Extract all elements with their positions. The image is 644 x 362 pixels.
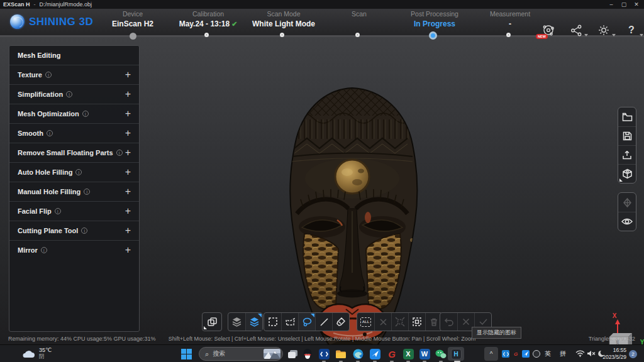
show-hidden-icons-button[interactable]: ^ — [484, 347, 498, 361]
info-icon[interactable]: i — [84, 189, 90, 195]
community-icon[interactable]: NEW — [541, 23, 556, 38]
start-button[interactable] — [179, 347, 194, 361]
expand-plus-icon[interactable]: + — [125, 69, 131, 80]
info-icon[interactable]: i — [116, 150, 123, 156]
taskbar-app-qq[interactable] — [300, 347, 315, 361]
line-select-button[interactable] — [315, 313, 332, 331]
search-highlight-image[interactable] — [264, 349, 280, 359]
dot-device[interactable] — [130, 33, 136, 40]
undo-button[interactable] — [440, 313, 457, 331]
panel-item-mirror[interactable]: Mirrori+ — [9, 240, 139, 260]
expand-plus-icon[interactable]: + — [125, 225, 131, 236]
info-icon[interactable]: i — [45, 72, 52, 78]
info-icon[interactable]: i — [82, 111, 89, 117]
visibility-button[interactable] — [618, 212, 636, 231]
save-button[interactable] — [618, 126, 636, 145]
submenu-corner-icon — [311, 314, 314, 317]
expand-plus-icon[interactable]: + — [125, 186, 131, 197]
task-view-button[interactable] — [285, 347, 300, 361]
dot-post-processing[interactable] — [429, 31, 437, 40]
wire-cube-icon — [207, 317, 218, 327]
selection-apply-group: ALL — [357, 312, 443, 331]
expand-plus-icon[interactable]: + — [125, 89, 131, 100]
panel-item-remove-small-floating-parts[interactable]: Remove Small Floating Partsi+ — [9, 143, 139, 162]
info-icon[interactable]: i — [55, 208, 61, 214]
close-button[interactable]: ✕ — [630, 0, 643, 9]
help-icon[interactable]: ? — [624, 23, 639, 38]
tray-tooltip: 显示隐藏的图标 — [472, 327, 521, 339]
expand-plus-icon[interactable]: + — [125, 147, 131, 158]
taskbar-app-wechat[interactable] — [433, 347, 448, 361]
select-all-button[interactable]: ALL — [357, 313, 374, 331]
selection-tools-group — [264, 312, 350, 331]
expand-selection-button[interactable] — [391, 313, 408, 331]
panel-item-cutting-plane-tool[interactable]: Cutting Plane Tooli+ — [9, 221, 139, 240]
tray-circle-icon[interactable] — [533, 350, 540, 358]
taskbar-app-word[interactable]: W — [417, 347, 432, 361]
dot-scan[interactable] — [355, 33, 360, 37]
brush-select-button[interactable] — [332, 313, 349, 331]
view-toolbar — [618, 192, 636, 231]
texture-mode-button[interactable] — [245, 313, 262, 331]
exscan-icon: H — [451, 349, 462, 359]
taskbar-app-edge[interactable] — [350, 347, 365, 361]
dot-calibration[interactable] — [204, 33, 209, 37]
info-icon[interactable]: i — [75, 169, 82, 175]
notification-badge[interactable]: 2 — [629, 350, 637, 358]
taskbar-app-red-g[interactable]: G — [384, 347, 399, 361]
info-icon[interactable]: i — [41, 247, 47, 253]
invert-selection-button[interactable] — [408, 313, 425, 331]
expand-plus-icon[interactable]: + — [125, 244, 131, 256]
minimize-button[interactable]: – — [605, 0, 618, 9]
lasso-select-button[interactable] — [298, 313, 315, 331]
panel-item-smooth[interactable]: Smoothi+ — [9, 123, 139, 143]
settings-gear-icon[interactable] — [596, 23, 611, 38]
all-icon: ALL — [360, 317, 371, 327]
weather-widget[interactable]: 35℃ 阴 — [21, 347, 52, 359]
ime-pinyin-indicator[interactable]: 拼 — [560, 349, 566, 358]
wireframe-view-button[interactable] — [203, 313, 221, 331]
panel-item-mesh-optimization[interactable]: Mesh Optimizationi+ — [9, 104, 139, 123]
open-project-button[interactable] — [618, 107, 636, 126]
model-view-button[interactable] — [618, 164, 636, 183]
panel-item-texture[interactable]: Texturei+ — [9, 65, 139, 84]
new-badge: NEW — [536, 34, 548, 39]
expand-plus-icon[interactable]: + — [125, 108, 131, 119]
share-icon[interactable] — [569, 23, 584, 38]
panel-item-simplification[interactable]: Simplificationi+ — [9, 84, 139, 104]
ime-english-indicator[interactable]: 英 — [545, 349, 551, 358]
mesh-mode-button[interactable] — [228, 313, 245, 331]
speaker-muted-icon[interactable] — [587, 350, 596, 357]
info-icon[interactable]: i — [81, 228, 87, 234]
info-icon[interactable]: i — [66, 91, 72, 97]
tray-app-icon[interactable] — [502, 350, 509, 358]
dot-measurement[interactable] — [506, 33, 511, 37]
wifi-icon[interactable] — [575, 350, 585, 357]
expand-plus-icon[interactable]: + — [125, 128, 131, 139]
expand-plus-icon[interactable]: + — [125, 206, 131, 217]
search-placeholder: 搜索 — [213, 349, 264, 358]
panel-item-auto-hole-filling[interactable]: Auto Hole Fillingi+ — [9, 162, 139, 182]
taskbar-search[interactable]: ⌕ 搜索 — [199, 347, 283, 361]
dot-scan-mode[interactable] — [280, 33, 284, 37]
tray-blue-icon[interactable] — [522, 350, 530, 358]
help-caret-icon — [640, 34, 643, 36]
taskbar-app-explorer[interactable] — [333, 347, 348, 361]
taskbar-app-excel[interactable]: X — [401, 347, 416, 361]
polygon-select-button[interactable] — [281, 313, 298, 331]
rect-select-button[interactable] — [264, 313, 281, 331]
expand-plus-icon[interactable]: + — [125, 167, 131, 178]
alignment-button[interactable] — [618, 193, 636, 212]
taskbar-app-thunder[interactable] — [367, 347, 382, 361]
export-button[interactable] — [618, 145, 636, 164]
taskbar-clock[interactable]: 16:55 2023/5/29 — [599, 347, 626, 361]
taskbar-app-teamviewer[interactable] — [316, 347, 331, 361]
panel-item-manual-hole-filling[interactable]: Manual Hole Fillingi+ — [9, 182, 139, 201]
panel-item-facial-flip[interactable]: Facial Flipi+ — [9, 201, 139, 221]
save-icon — [623, 131, 632, 141]
tray-g-icon[interactable]: G — [512, 350, 519, 358]
deselect-all-button[interactable] — [374, 313, 391, 331]
info-icon[interactable]: i — [47, 130, 53, 136]
taskbar-app-exscan-active[interactable]: H — [448, 347, 464, 361]
maximize-button[interactable]: ▢ — [618, 0, 630, 9]
